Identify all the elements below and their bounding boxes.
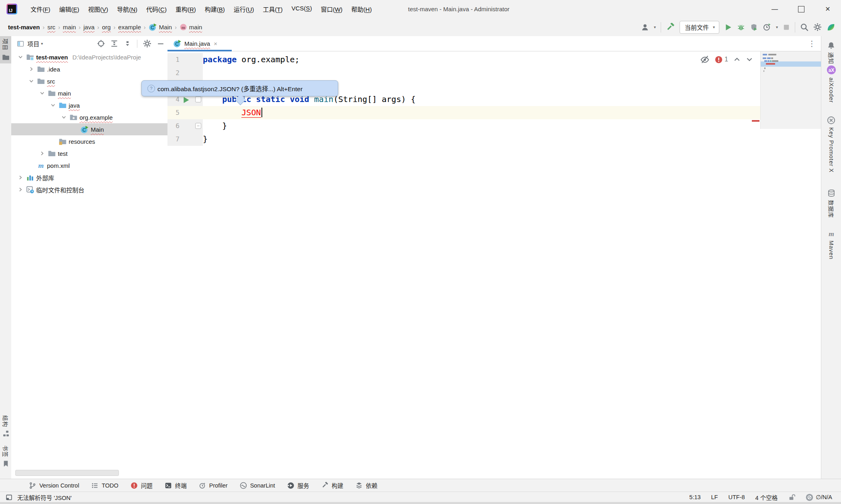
tree-item-外部库[interactable]: 外部库 [11, 171, 167, 184]
menu-b[interactable]: 构建(B) [200, 3, 229, 15]
maximize-button[interactable] [788, 0, 814, 18]
search-icon[interactable] [800, 23, 808, 31]
chevron-down-icon[interactable] [17, 54, 24, 60]
breadcrumb-item-java[interactable]: java [84, 24, 95, 31]
toolwindow-button-todo[interactable]: TODO [91, 482, 118, 489]
code-line-5[interactable]: 5 JSON [167, 106, 821, 119]
breadcrumb-item-src[interactable]: src [47, 24, 55, 31]
minus-icon[interactable] [157, 40, 164, 47]
menu-n[interactable]: 导航(N) [112, 3, 142, 15]
tree-item-resources[interactable]: resources [11, 135, 167, 147]
tree-item-临时文件和控制台[interactable]: 临时文件和控制台 [11, 184, 167, 196]
run-configuration-select[interactable]: 当前文件▾ [680, 21, 719, 34]
chevron-right-icon[interactable] [28, 66, 35, 72]
fold-marker-icon[interactable]: – [195, 123, 201, 129]
sphere-icon[interactable] [827, 23, 835, 32]
profrun-icon[interactable] [763, 23, 771, 31]
project-panel-title[interactable]: 项目 [27, 39, 39, 48]
chevron-down-icon[interactable]: ▾ [776, 25, 778, 29]
code-minimap[interactable] [760, 51, 821, 129]
person-icon[interactable] [641, 23, 649, 31]
stripe-button-key-promoter-x[interactable]: Key Promoter X [821, 114, 841, 175]
toolwindow-button-version-control[interactable]: Version Control [29, 482, 79, 489]
previous-error-icon[interactable] [733, 56, 741, 63]
fold-marker-icon[interactable] [195, 96, 201, 102]
stripe-button-数据库[interactable]: 数据库 [821, 187, 841, 220]
target-icon[interactable] [97, 40, 105, 47]
caret-position[interactable]: 5:13 [689, 494, 700, 500]
menu-v[interactable]: 视图(V) [84, 3, 112, 15]
menu-r[interactable]: 重构(R) [171, 3, 200, 15]
toolwindow-button-依赖[interactable]: 依赖 [355, 481, 378, 490]
code-line-2[interactable]: 2 [167, 66, 821, 80]
tree-item-test[interactable]: test [11, 147, 167, 159]
toolwindow-button-问题[interactable]: 问题 [131, 481, 153, 490]
stripe-button-aixcoder[interactable]: aXaiXcoder [821, 63, 841, 105]
memory-indicator[interactable]: ∅/N/A [806, 494, 832, 501]
menu-vcss[interactable]: VCS(S) [287, 3, 316, 15]
next-error-icon[interactable] [746, 56, 753, 63]
import-suggestion-tooltip[interactable]: ? com.alibaba.fastjson2.JSON? (多重选择...) … [141, 80, 338, 96]
collapse-icon[interactable] [124, 40, 131, 47]
menu-c[interactable]: 代码(C) [142, 3, 171, 15]
toolwindow-button-终端[interactable]: 终端 [165, 481, 187, 490]
chevron-right-icon[interactable] [39, 151, 46, 156]
tree-item-pom.xml[interactable]: mpom.xml [11, 159, 167, 171]
minimize-button[interactable]: — [761, 0, 788, 18]
chevron-down-icon[interactable]: ▾ [713, 25, 715, 29]
menu-u[interactable]: 运行(U) [229, 3, 259, 15]
tree-item-java[interactable]: java [11, 99, 167, 111]
breadcrumb-item-test-maven[interactable]: test-maven [8, 24, 40, 31]
stripe-button-maven[interactable]: mMaven [821, 227, 841, 262]
highlighting-level-eye-icon[interactable] [700, 55, 710, 64]
tool-window-toggle-icon[interactable] [6, 494, 12, 501]
code-line-6[interactable]: 6– } [167, 119, 821, 133]
toolwindow-button-sonarlint[interactable]: SonarLint [240, 482, 275, 489]
chevron-down-icon[interactable]: ▾ [41, 41, 43, 46]
chevron-right-icon[interactable] [17, 175, 24, 180]
menu-t[interactable]: 工具(T) [259, 3, 287, 15]
stripe-button-结构[interactable]: 结构 [0, 413, 11, 439]
gear-icon[interactable] [143, 39, 151, 48]
editor-body[interactable]: 1package org.example;234 public static v… [167, 51, 821, 479]
gear-icon[interactable] [813, 23, 822, 31]
menu-w[interactable]: 窗口(W) [316, 3, 347, 15]
tree-item-org.example[interactable]: org.example [11, 111, 167, 123]
chevron-down-icon[interactable]: ▾ [654, 25, 656, 29]
toolwindow-button-服务[interactable]: 服务 [287, 481, 309, 490]
chevron-right-icon[interactable] [17, 187, 24, 192]
lock-icon[interactable] [788, 494, 795, 501]
file-encoding[interactable]: UTF-8 [728, 494, 745, 500]
tab-main-java[interactable]: C Main.java × [167, 36, 222, 51]
breadcrumb-item-example[interactable]: example [118, 24, 141, 31]
toolwindow-button-profiler[interactable]: Profiler [199, 482, 228, 489]
breadcrumb-item-org[interactable]: org [102, 24, 111, 31]
menu-e[interactable]: 编辑(E) [55, 3, 84, 15]
play-icon[interactable] [724, 23, 732, 31]
menu-f[interactable]: 文件(F) [26, 3, 55, 15]
expand-icon[interactable] [110, 40, 118, 47]
stripe-button-书签[interactable]: 书签 [0, 443, 11, 469]
menu-h[interactable]: 帮助(H) [347, 3, 376, 15]
tree-item-Main[interactable]: CMain [11, 123, 167, 135]
chevron-down-icon[interactable] [28, 78, 35, 84]
chevron-down-icon[interactable] [39, 90, 46, 96]
run-gutter-icon[interactable] [182, 96, 190, 104]
toolwindow-button-构建[interactable]: 构建 [321, 481, 343, 490]
breadcrumb-item-main[interactable]: mmain [180, 23, 202, 31]
breadcrumb-item-main[interactable]: main [63, 24, 76, 31]
indent-style[interactable]: 4 个空格 [755, 493, 778, 502]
error-stripe-mark[interactable] [752, 120, 759, 122]
hammer-icon[interactable] [666, 23, 675, 32]
tab-options-icon[interactable]: ⋮ [808, 39, 816, 48]
close-tab-icon[interactable]: × [214, 40, 217, 47]
line-ending[interactable]: LF [711, 494, 718, 500]
bug-icon[interactable] [737, 23, 745, 31]
tree-item-test-maven[interactable]: test-mavenD:\IdeaProjects\IdeaProje [11, 51, 167, 63]
horizontal-scrollbar[interactable] [15, 470, 119, 476]
chevron-down-icon[interactable] [60, 114, 67, 120]
stripe-button-项目[interactable]: 项目 [0, 36, 11, 63]
close-button[interactable]: ✕ [814, 0, 841, 18]
tree-item-.idea[interactable]: .idea [11, 63, 167, 75]
chevron-down-icon[interactable] [49, 102, 57, 108]
